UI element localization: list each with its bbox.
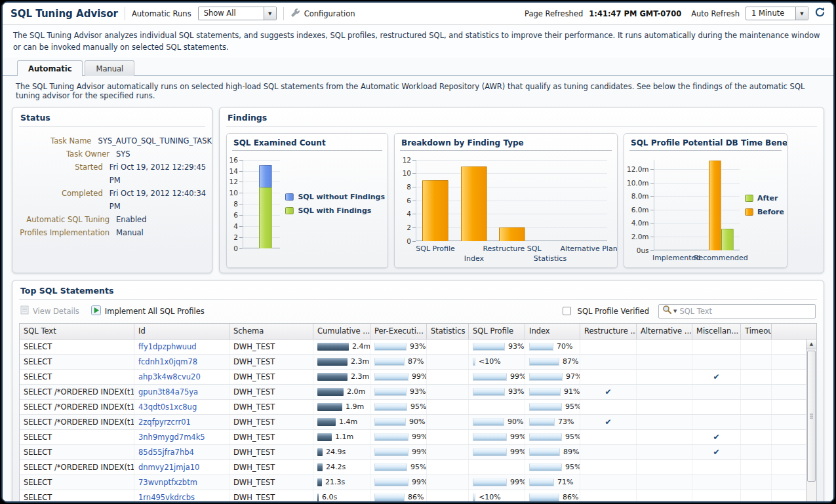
legend-label: Before [757,208,784,216]
column-header-schema[interactable]: Schema [229,324,313,339]
vertical-scrollbar[interactable]: ▲ ▼ [806,339,816,503]
y-tick-label: 10 [229,189,238,197]
configuration-button[interactable]: Configuration [290,8,355,20]
y-tick-label: 0 [407,237,411,245]
column-header-timeout[interactable]: Timeout [741,324,772,339]
status-field: StartedFri Oct 19, 2012 12:29:45 PM [12,161,212,187]
percent-value: 95% [565,430,580,444]
search-icon[interactable] [662,305,672,317]
cell-timeout [741,430,772,444]
implement-all-sql-profiles-button[interactable]: Implement All SQL Profiles [91,305,205,317]
chevron-down-icon[interactable]: ▼ [795,7,808,20]
column-header-sql_text[interactable]: SQL Text [20,324,134,339]
sql-id-link[interactable]: 85d55jfra7hb4 [138,445,194,459]
table-row[interactable]: SELECT /*ORDERED INDEX(t1...43qdt0s1xc8u… [20,400,816,415]
table-row[interactable]: SELECTahp3k4w8cvu20DWH_TEST2.3m99%99%97%… [20,370,816,385]
chart-y-axis: 0us2.0m4.0m6.0m8.0m10.0m12.0m [627,160,654,250]
chevron-down-icon[interactable]: ▼ [264,7,276,20]
sql-id-link[interactable]: 43qdt0s1xc8ug [138,400,197,414]
cell-schema: DWH_TEST [229,355,313,369]
scroll-up-button[interactable]: ▲ [806,339,816,349]
cell-sql_profile: 90% [469,415,525,429]
sql-id-link[interactable]: ffy1dpzphwuud [138,339,197,354]
y-tick-mark [412,241,416,242]
tab-automatic[interactable]: Automatic [17,60,83,76]
table-row[interactable]: SELECTfcdnh1x0jqm78DWH_TEST2.3m87%<10%87… [20,355,816,370]
cell-timeout [741,475,772,490]
column-header-per_execution[interactable]: Per-Executi... [370,324,427,339]
status-field: Task NameSYS_AUTO_SQL_TUNING_TASK [12,134,212,147]
y-tick-label: 12.0m [627,165,649,173]
chart-legend: AfterBefore [740,160,784,250]
percent-bar [374,418,406,426]
cell-sql_profile [469,460,525,475]
status-field-label: Task Owner [12,147,116,161]
legend-swatch-icon [745,208,753,216]
sql-profile-verified-checkbox[interactable] [563,307,571,315]
cell-statistics [427,400,469,414]
search-options-caret-icon[interactable]: ▼ [673,309,677,314]
cell-statistics [427,460,469,475]
table-row[interactable]: SELECT3nh9mygd7m4k5DWH_TEST1.1m99%99%95%… [20,430,816,445]
table-row[interactable]: SELECT85d55jfra7hb4DWH_TEST24.9s99%99%89… [20,445,816,460]
cell-schema: DWH_TEST [229,490,313,503]
column-header-restructure[interactable]: Restructure ... [580,324,637,339]
refresh-button[interactable] [814,7,826,20]
sql-id-link[interactable]: 2zqfpyrzcrr01 [138,415,191,429]
search-input[interactable] [678,306,812,317]
sql-id-link[interactable]: gpun3t84a75ya [138,385,198,399]
cell-sql_text: SELECT [20,490,134,503]
column-header-index[interactable]: Index [525,324,580,339]
column-header-alternative[interactable]: Alternative ... [637,324,692,339]
legend-item: SQL with Findings [285,206,385,215]
sql-id-link[interactable]: ahp3k4w8cvu20 [138,370,201,384]
percent-value: 95% [410,400,426,414]
y-tick-label: 12 [403,156,411,164]
status-field-value: Enabled [116,213,146,226]
column-header-sql_profile[interactable]: SQL Profile [469,324,525,339]
table-row[interactable]: SELECT /*ORDERED INDEX(t1...gpun3t84a75y… [20,385,816,400]
sql-id-link[interactable]: 73wvnptfxzbtm [138,475,197,490]
cell-statistics [427,490,469,503]
sql-id-link[interactable]: dnmvy21jmja10 [138,460,199,475]
table-row[interactable]: SELECT73wvnptfxzbtmDWH_TEST21.3s99%99%71… [20,475,816,490]
x-category-label: Recommended [694,254,748,262]
cell-sql_profile: 99% [469,370,525,384]
chart-title: SQL Profile Potential DB Time Benefit [624,134,787,150]
cell-id: gpun3t84a75ya [134,385,229,399]
y-tick-label: 8 [407,183,411,191]
cumulative-value: 24.9s [326,445,346,459]
top-bar-right: Page Refreshed 1:41:47 PM GMT-0700 Auto … [525,7,826,20]
table-row[interactable]: SELECTffy1dpzphwuudDWH_TEST2.4m93%93%70% [20,339,816,355]
column-header-id[interactable]: Id [134,324,229,339]
cumulative-value: 2.3m [351,370,369,384]
sql-id-link[interactable]: 3nh9mygd7m4k5 [138,430,205,444]
sql-id-link[interactable]: fcdnh1x0jqm78 [138,355,197,369]
y-tick-label: 2 [407,223,411,231]
column-header-miscellaneous[interactable]: Miscellan... [692,324,741,339]
cumulative-bar [317,433,332,441]
percent-bar [529,418,555,426]
percent-value: 89% [563,445,579,459]
y-tick-label: 0us [637,246,649,254]
tab-manual[interactable]: Manual [85,60,134,76]
status-field-value: Fri Oct 19, 2012 12:29:45 PM [109,161,212,187]
table-row[interactable]: SELECT1rn495vkdrcbsDWH_TEST6.0s86%<10%86… [20,490,816,503]
status-fields: Task NameSYS_AUTO_SQL_TUNING_TASKTask Ow… [12,126,212,239]
cell-schema: DWH_TEST [229,370,313,384]
y-tick-label: 6.0m [631,206,649,214]
auto-refresh-select[interactable]: 1 Minute ▼ [746,7,808,20]
scrollbar-thumb[interactable] [807,351,816,482]
column-header-cumulative[interactable]: Cumulative ... [313,324,370,339]
column-header-statistics[interactable]: Statistics [427,324,469,339]
divider [19,299,817,300]
y-tick-label: 12 [229,178,238,185]
automatic-runs-select[interactable]: Show All ▼ [198,7,277,20]
sql-id-link[interactable]: 1rn495vkdrcbs [138,490,195,503]
percent-value: 87% [563,355,578,369]
table-row[interactable]: SELECT /*ORDERED INDEX(t1...dnmvy21jmja1… [20,460,816,475]
cell-miscellaneous: ✔ [692,445,741,459]
view-details-button[interactable]: View Details [20,305,79,317]
cumulative-bar [317,403,342,411]
table-row[interactable]: SELECT /*ORDERED INDEX(t1...2zqfpyrzcrr0… [20,415,816,430]
